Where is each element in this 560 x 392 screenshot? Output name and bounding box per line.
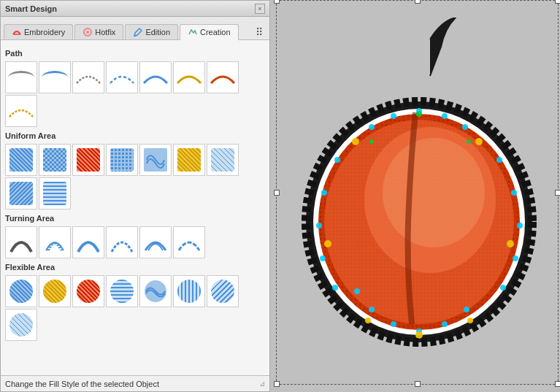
svg-point-30	[500, 285, 506, 291]
list-item[interactable]	[106, 226, 138, 258]
list-item[interactable]	[39, 144, 71, 176]
list-item[interactable]	[173, 275, 205, 307]
embroidery-icon	[12, 27, 22, 37]
svg-point-27	[511, 190, 517, 196]
title-bar: Smart Design ×	[1, 1, 269, 17]
svg-point-2	[86, 31, 89, 34]
list-item[interactable]	[173, 226, 205, 258]
more-options-button[interactable]: ⠿	[252, 25, 266, 39]
list-item[interactable]	[5, 144, 37, 176]
svg-point-35	[464, 307, 469, 312]
tab-embroidery[interactable]: Embroidery	[4, 24, 73, 39]
section-flexible-label: Flexible Area	[5, 263, 265, 272]
list-item[interactable]	[106, 144, 138, 176]
tab-hotfix[interactable]: Hotfix	[74, 24, 123, 39]
svg-point-20	[462, 124, 468, 130]
list-item[interactable]	[173, 61, 205, 93]
svg-point-21	[334, 157, 340, 163]
list-item[interactable]	[39, 177, 71, 210]
section-turning-label: Turning Area	[5, 214, 265, 223]
svg-point-46	[467, 139, 471, 144]
svg-point-24	[320, 255, 326, 261]
flexible-area-grid	[5, 275, 265, 341]
tab-hotfix-label: Hotfix	[95, 28, 115, 36]
tab-creation[interactable]: Creation	[180, 24, 239, 40]
list-item[interactable]	[207, 275, 239, 307]
svg-point-18	[369, 124, 375, 130]
svg-point-28	[517, 223, 523, 228]
list-item[interactable]	[139, 275, 172, 307]
section-uniform-label: Uniform Area	[5, 131, 265, 140]
svg-point-43	[467, 318, 473, 323]
svg-point-25	[332, 285, 338, 291]
svg-point-17	[391, 113, 396, 119]
list-item[interactable]	[72, 275, 104, 307]
tab-edition[interactable]: Edition	[125, 24, 178, 39]
svg-point-39	[324, 240, 331, 247]
svg-point-26	[496, 157, 502, 163]
svg-point-44	[416, 111, 422, 117]
list-item[interactable]	[72, 61, 104, 93]
svg-point-37	[352, 138, 359, 145]
creation-icon	[188, 27, 198, 37]
tab-bar: Embroidery Hotfix Edition	[1, 17, 269, 40]
list-item[interactable]	[72, 226, 104, 258]
turning-area-grid	[5, 226, 265, 258]
svg-point-42	[365, 318, 371, 323]
list-item[interactable]	[39, 275, 71, 307]
list-item[interactable]	[39, 226, 71, 258]
tab-creation-label: Creation	[200, 28, 231, 36]
list-item[interactable]	[173, 144, 205, 176]
list-item[interactable]	[106, 61, 138, 93]
list-item[interactable]	[139, 144, 172, 176]
smart-design-panel: Smart Design × Embroidery Hotfix	[0, 0, 270, 392]
window-title: Smart Design	[5, 4, 57, 13]
path-items-grid	[5, 61, 265, 127]
canvas-area	[270, 0, 560, 392]
list-item[interactable]	[5, 61, 37, 93]
svg-point-45	[369, 139, 374, 144]
svg-point-13	[383, 138, 485, 247]
tab-embroidery-label: Embroidery	[24, 28, 65, 36]
close-button[interactable]: ×	[255, 4, 265, 14]
svg-point-19	[442, 113, 448, 119]
list-item[interactable]	[5, 275, 37, 307]
list-item[interactable]	[5, 95, 37, 127]
panel-content: Path	[1, 40, 269, 375]
uniform-area-grid	[5, 144, 265, 210]
svg-point-22	[321, 190, 327, 196]
list-item[interactable]	[207, 61, 239, 93]
svg-point-29	[513, 255, 518, 261]
section-path-label: Path	[5, 49, 265, 58]
list-item[interactable]	[5, 309, 37, 341]
list-item[interactable]	[72, 144, 104, 176]
list-item[interactable]	[207, 144, 239, 176]
hotfix-icon	[83, 27, 93, 37]
svg-point-34	[369, 307, 375, 312]
svg-point-23	[316, 223, 322, 228]
svg-point-36	[354, 288, 360, 294]
svg-point-40	[507, 240, 514, 247]
resize-handle[interactable]: ⊿	[259, 380, 265, 388]
list-item[interactable]	[5, 226, 37, 258]
list-item[interactable]	[106, 275, 138, 307]
list-item[interactable]	[5, 177, 37, 210]
svg-point-38	[475, 138, 483, 145]
list-item[interactable]	[139, 61, 172, 93]
svg-point-33	[442, 321, 448, 327]
status-bar: Change the Fill Style of the selected Ob…	[1, 375, 269, 391]
svg-point-41	[415, 331, 423, 339]
list-item[interactable]	[39, 61, 71, 93]
svg-point-32	[391, 321, 396, 327]
status-message: Change the Fill Style of the selected Ob…	[5, 380, 159, 388]
edition-icon	[133, 27, 143, 37]
tab-edition-label: Edition	[145, 28, 170, 36]
list-item[interactable]	[139, 226, 172, 258]
